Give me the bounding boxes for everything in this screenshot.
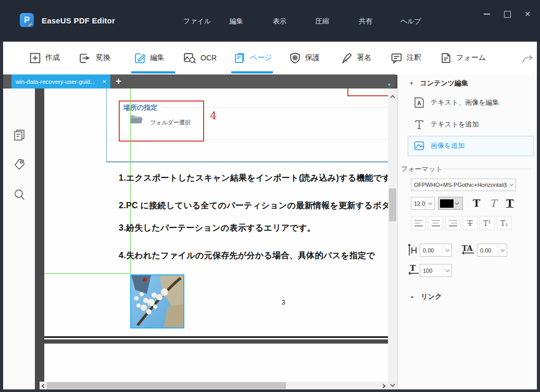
character-spacing-icon — [407, 243, 419, 256]
body-text-line-3[interactable]: 3.紛失したパーテーションの表示するエリアです。 — [119, 223, 316, 234]
add-image-item[interactable]: 画像を追加 — [413, 140, 464, 151]
toolbar-edit-button[interactable]: 編集 — [133, 49, 165, 66]
pdf-page-2[interactable] — [44, 344, 388, 382]
font-size-select[interactable]: 12.00 — [411, 197, 435, 210]
blossom-image-object[interactable] — [130, 274, 184, 328]
scroll-up-icon[interactable] — [390, 95, 395, 98]
shield-icon — [288, 52, 302, 65]
scrollbar-corner — [388, 382, 397, 389]
redo-share-button[interactable] — [521, 53, 535, 65]
toolbar-form-button[interactable]: フォーム — [439, 49, 486, 66]
align-right-button[interactable] — [445, 216, 460, 230]
edit-text-image-item[interactable]: A テキスト、画像を編集 — [413, 96, 499, 109]
chevron-down-icon[interactable] — [455, 202, 459, 205]
menu-share[interactable]: 共有 — [359, 17, 372, 26]
convert-doc-icon — [78, 52, 92, 65]
vertical-scale-icon: T — [407, 263, 419, 275]
right-panel: ▾ コンテンツ編集 A テキスト、画像を編集 テキストを追加 — [397, 74, 537, 389]
subscript-button[interactable]: T₁ — [497, 216, 512, 230]
minimize-icon — [484, 14, 490, 15]
body-text-line-2[interactable]: 2.PC に接続している全てのパーティションの最新情報を更新するボタ — [119, 200, 388, 211]
body-text-line-1[interactable]: 1.エクスポートしたスキャン結果をインポート(読み込み)する機能です — [119, 173, 388, 184]
toolbar-annotate-button[interactable]: 注釈 — [390, 49, 421, 66]
toolbar-sign-label: 署名 — [357, 53, 371, 62]
folder-select-button[interactable]: フォルダー選択 — [150, 119, 191, 127]
page-thumbnails-button[interactable] — [12, 128, 26, 143]
chevron-down-icon[interactable] — [507, 179, 516, 191]
horizontal-scale-value: 0.00 — [478, 247, 498, 254]
menu-edit[interactable]: 編集 — [230, 17, 243, 26]
body-text-line-4[interactable]: 4.失われたファイルの元保存先が分かる場合、具体的パスを指定で — [119, 250, 375, 261]
folder-icon — [129, 113, 143, 125]
minimize-button[interactable] — [482, 9, 492, 19]
vertical-scale-select[interactable]: 100 — [420, 264, 452, 277]
chevron-down-icon[interactable] — [498, 244, 507, 256]
toolbar-convert-label: 変換 — [96, 53, 110, 62]
italic-button[interactable]: T — [486, 196, 500, 210]
scroll-left-icon[interactable] — [41, 384, 45, 388]
font-name-value: OFPWHO+MS-PGothic+Horizontal(Em — [411, 182, 507, 188]
vertical-scrollbar[interactable] — [388, 88, 397, 382]
toolbar-convert-button[interactable]: 変換 — [78, 49, 110, 66]
document-tab[interactable]: win-data-recovery-user-guid... × — [11, 74, 110, 88]
character-spacing-value: 0.00 — [420, 247, 443, 254]
content-edit-header[interactable]: ▾ コンテンツ編集 — [410, 79, 468, 88]
scroll-down-icon[interactable] — [390, 384, 395, 387]
vertical-scale-value: 100 — [420, 268, 443, 274]
strikethrough-button[interactable]: T — [462, 216, 478, 230]
tag-button[interactable] — [12, 157, 26, 172]
title-bar: P EaseUS PDF Editor ファイル 編集 表示 圧縮 共有 ヘルプ… — [0, 0, 540, 42]
font-name-select[interactable]: OFPWHO+MS-PGothic+Horizontal(Em — [411, 179, 516, 191]
add-text-item[interactable]: テキストを追加 — [413, 118, 479, 131]
chevron-down-icon[interactable] — [425, 197, 434, 209]
left-sidebar — [3, 88, 35, 389]
toolbar-form-label: フォーム — [456, 53, 486, 62]
character-spacing-select[interactable]: 0.00 — [420, 244, 452, 257]
horizontal-scrollbar[interactable] — [40, 382, 388, 389]
bold-button[interactable]: T — [470, 196, 483, 210]
svg-text:TA: TA — [462, 244, 473, 252]
horizontal-scroll-thumb[interactable] — [47, 382, 286, 389]
font-color-select[interactable] — [438, 197, 463, 210]
new-tab-button[interactable]: + — [116, 75, 121, 87]
toolbar-edit-label: 編集 — [150, 53, 165, 62]
tab-overflow-icon[interactable]: ▼ — [387, 83, 392, 87]
red-marker-number: 4 — [210, 109, 217, 122]
toolbar-protect-button[interactable]: 保護 — [288, 49, 320, 66]
superscript-button[interactable]: T¹ — [480, 216, 495, 230]
menu-view[interactable]: 表示 — [273, 17, 286, 26]
align-center-icon — [432, 220, 440, 226]
add-text-label: テキストを追加 — [431, 120, 479, 129]
curved-arrow-icon — [521, 53, 535, 65]
main-toolbar: 作成 変換 編集 — [3, 42, 537, 75]
format-section-title: フォーマット — [401, 165, 443, 174]
align-left-button[interactable] — [411, 216, 426, 230]
menu-help[interactable]: ヘルプ — [400, 17, 421, 26]
pdf-page-1[interactable]: 場所の指定 フォルダー選択 4 1.エクスポートしたスキャン結果をインポート(読… — [44, 88, 388, 339]
page-bottom-rule — [44, 336, 388, 338]
vertical-scroll-thumb[interactable] — [389, 188, 396, 221]
horizontal-scale-select[interactable]: 0.00 — [477, 244, 507, 257]
toolbar-ocr-button[interactable]: OCR — [183, 49, 217, 66]
chevron-down-icon[interactable] — [443, 264, 451, 276]
link-section-title: リンク — [421, 292, 442, 301]
edit-active-underline — [131, 71, 175, 73]
menu-compress[interactable]: 圧縮 — [316, 17, 329, 26]
chevron-down-icon[interactable] — [443, 244, 451, 256]
maximize-button[interactable] — [503, 9, 512, 19]
search-button[interactable] — [12, 187, 26, 202]
align-center-button[interactable] — [428, 216, 443, 230]
toolbar-page-label: ページ — [250, 53, 272, 62]
link-section-header[interactable]: ▸ リンク — [411, 292, 442, 301]
format-section-rule — [437, 169, 532, 169]
page-number-text[interactable]: 3 — [282, 299, 285, 306]
tab-close-icon[interactable]: × — [102, 78, 106, 85]
toolbar-page-button[interactable]: ページ — [233, 49, 272, 66]
color-swatch — [440, 199, 454, 208]
underline-button[interactable]: T — [503, 196, 517, 210]
toolbar-create-button[interactable]: 作成 — [29, 49, 60, 66]
toolbar-sign-button[interactable]: 署名 — [340, 49, 371, 66]
menu-file[interactable]: ファイル — [183, 17, 211, 26]
close-button[interactable]: ✕ — [523, 9, 532, 19]
scroll-right-icon[interactable] — [382, 384, 386, 388]
